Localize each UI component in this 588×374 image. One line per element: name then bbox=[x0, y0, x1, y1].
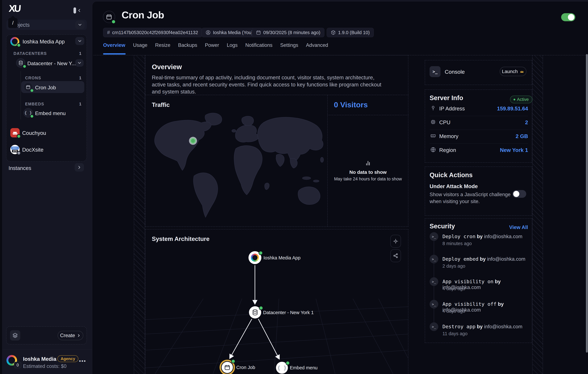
no-data-subtitle: May take 24 hours for data to show bbox=[327, 177, 409, 182]
tab-notifications[interactable]: Notifications bbox=[245, 42, 273, 48]
security-title: Security bbox=[430, 223, 455, 230]
projects-collapse-button[interactable] bbox=[75, 21, 84, 29]
node-cron-label: Cron Job bbox=[236, 365, 255, 370]
event-by: by bbox=[477, 234, 483, 239]
visitors-header-border bbox=[327, 115, 409, 115]
tab-usage[interactable]: Usage bbox=[133, 42, 147, 48]
toggle-knob bbox=[513, 191, 519, 197]
map-africa bbox=[234, 146, 262, 195]
map-island bbox=[232, 129, 236, 132]
event-time: 8 minutes ago bbox=[442, 241, 472, 246]
scrollbar[interactable] bbox=[586, 54, 588, 353]
node-cron[interactable] bbox=[222, 362, 233, 373]
console-panel: >_ Console Launch bbox=[425, 60, 532, 85]
row-value[interactable]: New York 1 bbox=[473, 147, 528, 153]
event-time: 11 days ago bbox=[442, 331, 468, 336]
globe-icon bbox=[430, 147, 436, 153]
deployed-value: 09/30/2025 (8 minutes ago) bbox=[263, 30, 320, 35]
create-button[interactable]: Create bbox=[58, 331, 83, 340]
user-costs: Estimated costs: $0 bbox=[23, 363, 67, 369]
app-logo[interactable]: XU bbox=[9, 3, 21, 14]
no-data-title: No data to show bbox=[327, 170, 409, 175]
id-badge[interactable]: # crn1147b053020c42f26930f4ea02e41132 bbox=[103, 28, 202, 37]
status-dot bbox=[30, 114, 34, 118]
event-by: by bbox=[498, 301, 504, 307]
overview-title: Overview bbox=[152, 63, 182, 71]
active-dot bbox=[514, 99, 515, 100]
tab-backups[interactable]: Backups bbox=[178, 42, 197, 48]
datacenter-collapse-button[interactable] bbox=[75, 59, 84, 67]
crons-count: 1 bbox=[79, 76, 82, 80]
status-dot bbox=[259, 251, 263, 255]
tooltip-caret bbox=[10, 16, 15, 20]
status-dot bbox=[30, 88, 34, 93]
launch-button[interactable]: Launch bbox=[500, 67, 526, 76]
create-label: Create bbox=[60, 333, 75, 338]
tab-advanced[interactable]: Advanced bbox=[306, 42, 328, 48]
tab-resize[interactable]: Resize bbox=[155, 42, 170, 48]
app-window: XU Projects / Ioshka Media App DATACENTE… bbox=[0, 0, 588, 374]
security-event-icon: >_ bbox=[430, 232, 438, 241]
sidebar-item-project[interactable]: Ioshka Media App bbox=[22, 39, 65, 45]
sidebar-item-couchyou[interactable]: Couchyou bbox=[22, 130, 46, 136]
sidebar-item-embed-menu[interactable]: Embed menu bbox=[35, 110, 66, 116]
layers-icon-box bbox=[10, 330, 20, 341]
sidebar-item-docxsite[interactable]: DocXsite bbox=[22, 147, 43, 153]
attack-mode-title: Under Attack Mode bbox=[430, 183, 478, 189]
visitors-count: 0 Visitors bbox=[334, 100, 368, 109]
toggle-knob bbox=[568, 14, 574, 21]
calendar-icon bbox=[224, 364, 231, 371]
tab-overview[interactable]: Overview bbox=[103, 42, 125, 48]
row-value[interactable]: 159.89.51.64 bbox=[473, 106, 528, 112]
project-collapse-button[interactable] bbox=[75, 37, 84, 45]
chevron-down-icon bbox=[77, 39, 82, 43]
tab-power[interactable]: Power bbox=[205, 42, 219, 48]
hash-icon: # bbox=[107, 30, 110, 35]
create-box: Create bbox=[6, 326, 87, 344]
event-by: by bbox=[480, 256, 486, 262]
security-event-icon: >_ bbox=[430, 322, 438, 331]
bar-chart-icon bbox=[364, 160, 371, 167]
world-map[interactable] bbox=[146, 107, 327, 226]
security-event-icon: >_ bbox=[430, 300, 438, 309]
map-island bbox=[302, 177, 311, 180]
status-dot bbox=[17, 134, 21, 139]
map-india bbox=[276, 154, 284, 167]
tab-settings[interactable]: Settings bbox=[280, 42, 298, 48]
database-icon bbox=[18, 60, 23, 65]
row-value: 2 GB bbox=[473, 133, 528, 139]
tab-logs[interactable]: Logs bbox=[227, 42, 238, 48]
row-label: CPU bbox=[439, 119, 451, 126]
instances-expand-button[interactable] bbox=[75, 163, 84, 171]
architecture-canvas[interactable] bbox=[145, 229, 408, 374]
overview-description: Real-time summary of app activity, inclu… bbox=[152, 74, 382, 95]
deployed-badge[interactable]: 09/30/2025 (8 minutes ago) bbox=[252, 28, 324, 37]
sidebar-item-instances[interactable]: Instances bbox=[9, 165, 31, 171]
user-menu-button[interactable]: ••• bbox=[79, 358, 86, 364]
owner-badge[interactable]: Ioshka Media (You) bbox=[201, 28, 257, 37]
crown-icon bbox=[520, 69, 524, 74]
server-info-panel: Server Info Active IP Address 159.89.51.… bbox=[425, 89, 532, 163]
datacenters-section-label: DATACENTERS bbox=[13, 51, 47, 56]
sidebar-item-datacenter[interactable]: Datacenter - New Y... bbox=[27, 61, 76, 66]
calendar-icon bbox=[106, 14, 112, 20]
attack-mode-toggle[interactable] bbox=[512, 190, 526, 198]
chevron-down-icon bbox=[77, 22, 82, 27]
event-time: 4 days ago bbox=[442, 286, 465, 291]
canvas-margin-hatch-left bbox=[134, 55, 145, 374]
sidebar-collapse-button[interactable] bbox=[74, 7, 82, 13]
event-command: App visibility off bbox=[442, 301, 496, 307]
status-dot bbox=[286, 361, 290, 365]
cron-job-label: Cron Job bbox=[35, 85, 56, 91]
embeds-count: 1 bbox=[79, 102, 82, 106]
status-dot bbox=[111, 20, 116, 24]
app-power-toggle[interactable] bbox=[561, 13, 575, 21]
view-all-link[interactable]: View All bbox=[496, 224, 528, 230]
couch-icon bbox=[12, 130, 18, 136]
security-event-text: Deploy embed by info@ioshka.com bbox=[442, 256, 525, 262]
project-group: Ioshka Media App DATACENTERS 1 Datacente… bbox=[6, 34, 87, 161]
agency-badge: Agency bbox=[57, 355, 78, 362]
version-badge[interactable]: 1.9.0 (Build 10) bbox=[327, 28, 374, 37]
map-madagascar bbox=[264, 183, 269, 190]
shortcut-tooltip: / bbox=[8, 18, 18, 28]
